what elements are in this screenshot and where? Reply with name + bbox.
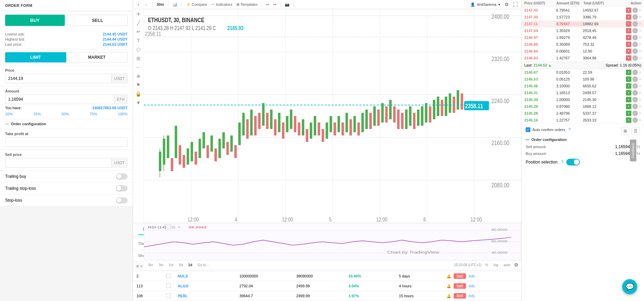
pct-25-button[interactable]: 25% [33,112,41,116]
row-checkbox[interactable] [166,283,171,288]
mute-icon[interactable]: 🔔 [447,294,451,298]
chat-button[interactable]: 💬 [622,279,637,294]
ob-buy-add-button[interactable]: + [626,111,631,116]
timeframe-button[interactable]: 30m [157,2,164,6]
ob-sell-add-button[interactable]: + [626,42,631,47]
amount-input[interactable] [5,95,114,104]
auto-mode-button[interactable]: auto [502,262,512,268]
ob-buy-add-button[interactable]: + [626,76,631,82]
ob-buy-close-button[interactable]: × [639,97,641,102]
position-selection-toggle[interactable] [566,159,580,166]
time-6m-button[interactable]: 6m [147,262,155,268]
crosshair-icon[interactable]: ✛ [136,11,141,17]
buy-order-row[interactable]: 2145.28 2.48796 5337.37 + i × [522,110,644,117]
sell-order-row[interactable]: 2147.11 8.79447 18882.69 + i × [522,20,644,27]
ob-sell-close-button[interactable]: × [639,42,641,47]
ob-buy-info-button[interactable]: i [632,76,638,82]
zoom-icon[interactable]: ⊕ [136,73,141,79]
ob-sell-info-button[interactable]: i [632,14,638,20]
auto-confirm-checkbox[interactable]: ✓ [526,127,530,132]
ob-sell-info-button[interactable]: i [632,28,638,33]
sell-order-row[interactable]: 2146.97 1.99279 4278.46 + i × [522,34,644,41]
time-1d-button[interactable]: 1d [187,262,194,268]
pct-75-button[interactable]: 75% [90,112,97,116]
ob-sell-add-button[interactable]: + [626,35,631,40]
ob-sell-close-button[interactable]: × [639,15,641,19]
bar-chart-icon-button[interactable]: 📊 [173,2,177,7]
draw-icon[interactable]: ✏ [136,29,141,34]
ob-buy-info-button[interactable]: i [632,90,638,96]
ob-buy-add-button[interactable]: + [626,117,631,123]
buy-order-row[interactable]: 2145.31 1.16513 2499.57 + i × [522,89,644,96]
limit-button[interactable]: LIMIT [5,52,66,62]
time-5d-button[interactable]: 5d [177,262,185,268]
flag-icon[interactable]: ⚑ [136,82,141,88]
info-link[interactable]: Info [469,274,475,278]
toolbar-plus-button[interactable]: ＋ [136,2,140,7]
info-link[interactable]: Info [469,284,475,288]
redo-button[interactable]: ↪ [273,2,276,7]
row-checkbox[interactable] [166,273,171,278]
ob-buy-info-button[interactable]: i [632,117,638,123]
ob-sell-info-button[interactable]: i [632,55,638,61]
time-3m-button[interactable]: 3m [157,262,165,268]
sell-position-button[interactable]: Sell [454,273,466,279]
pct-100-button[interactable]: 100% [118,112,128,116]
ob-sell-close-button[interactable]: × [639,22,641,26]
percent-mode-button[interactable]: % [483,262,490,268]
chart-settings-button[interactable]: ⚙ [504,2,509,7]
ob-buy-close-button[interactable]: × [639,77,641,82]
sell-order-row[interactable]: 2146.84 0.00601 12.90 + i × [522,48,644,55]
currency-link[interactable]: PERL [178,294,188,298]
sell-button[interactable]: SELL [68,15,128,26]
sell-order-row[interactable]: 2146.83 1.42767 3064.96 + i × [522,55,644,61]
ob-buy-info-button[interactable]: i [632,97,638,102]
time-1m-button[interactable]: 1m [167,262,175,268]
stop-loss-toggle[interactable] [116,197,128,203]
ob-sell-add-button[interactable]: + [626,28,631,33]
order-config-header[interactable]: — Order configuration [5,122,128,126]
ob-buy-close-button[interactable]: × [639,118,641,123]
ob-buy-close-button[interactable]: × [639,90,641,95]
goto-button[interactable]: Go to... [196,262,211,268]
help-icon[interactable]: ? [568,127,571,132]
buy-order-row[interactable]: 2145.67 0.01053 22.59 + i × [522,69,644,76]
market-button[interactable]: MARKET [66,52,128,62]
text-icon[interactable]: T [137,38,140,43]
ob-buy-info-button[interactable]: i [632,70,638,75]
back-icon[interactable]: ← [136,64,141,70]
ob-sell-close-button[interactable]: × [639,35,641,40]
ob-sell-close-button[interactable]: × [639,28,641,33]
list-icon-button[interactable]: ☰ [631,128,640,134]
fullscreen-button[interactable]: ⛶ [513,2,518,7]
ob-buy-add-button[interactable]: + [626,97,631,102]
ob-sell-info-button[interactable]: i [632,42,638,47]
toolbar-minus-button[interactable]: － [144,2,148,7]
info-link[interactable]: Info [469,294,475,298]
undo-button[interactable]: ↩ [266,2,269,7]
chevron-down-icon[interactable]: ▼ [136,100,141,105]
sell-order-row[interactable]: 2147.04 1.35929 2918.45 + i × [522,27,644,34]
chart-bottom-gear-button[interactable]: ⚙ [514,262,518,268]
ob-buy-close-button[interactable]: × [639,104,641,109]
buy-order-row[interactable]: 2145.29 0.87080 1868.12 + i × [522,103,644,110]
ob-sell-info-button[interactable]: i [632,21,638,27]
lock-icon[interactable]: 🔒 [135,91,141,97]
ob-buy-info-button[interactable]: i [632,111,638,116]
buy-order-row[interactable]: 2145.30 1.00000 2145.30 + i × [522,96,644,103]
trailing-buy-toggle[interactable] [116,173,128,180]
ob-buy-add-button[interactable]: + [626,70,631,75]
trailing-stop-loss-toggle[interactable] [116,185,128,191]
buy-order-row[interactable]: 2145.36 3.10000 6650.62 + i × [522,83,644,89]
templates-button[interactable]: ⊞ Templates [236,2,258,7]
sell-order-row[interactable]: 2146.88 0.35089 753.32 + i × [522,41,644,48]
ob-sell-info-button[interactable]: i [632,35,638,40]
currency-link[interactable]: ALGO [178,284,189,288]
line-icon[interactable]: ╱ [137,20,140,26]
ob-sell-info-button[interactable]: i [632,48,638,54]
indicators-button[interactable]: 〰 Indicators [211,2,232,6]
ob-buy-add-button[interactable]: + [626,90,631,96]
grid-icon-button[interactable]: ⊞ [621,128,629,134]
mute-icon[interactable]: 🔔 [447,274,451,278]
pct-10-button[interactable]: 10% [5,112,13,116]
